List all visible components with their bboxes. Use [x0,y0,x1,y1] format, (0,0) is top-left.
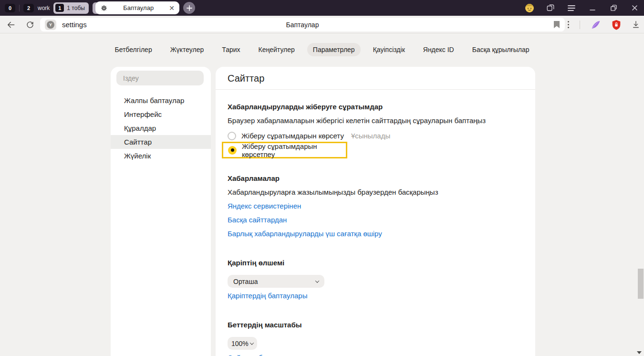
browser-window: 0 2 work 1 1 тобы [0,0,644,356]
tab-security[interactable]: Қауіпсіздік [367,43,411,56]
chevron-down-icon [250,341,254,345]
settings-page: Бетбелгілер Жүктеулер Тарих Кеңейтулер П… [0,33,644,356]
link-site-settings[interactable]: Сайттың баптаулары [228,354,298,356]
downloads-button[interactable] [632,20,640,29]
section-heading-font-size: Қаріптің өлшемі [228,259,523,267]
tab-yandex-id[interactable]: Яндекс ID [417,43,460,56]
link-mute-all-3h[interactable]: Барлық хабарландыруларды үш сағатқа өшір… [228,230,382,238]
close-window-button[interactable] [630,3,639,13]
scrollbar-thumb[interactable] [638,269,644,299]
search-input[interactable] [116,71,204,85]
notification-links: Яндекс сервистерінен Басқа сайттардан Ба… [228,202,523,238]
sidebar-item-tools[interactable]: Құралдар [111,121,211,135]
settings-content: Сайттар Хабарландыруларды жіберуге сұрат… [216,67,535,356]
copilot-feather-icon[interactable] [591,20,601,30]
reload-icon [26,21,34,29]
minimize-button[interactable] [588,3,597,13]
tab-title: Баптаулар [108,4,169,11]
sidebar-item-system[interactable]: Жүйелік [111,149,211,163]
settings-nav-tabs: Бетбелгілер Жүктеулер Тарих Кеңейтулер П… [0,43,644,56]
tab-bookmarks[interactable]: Бетбелгілер [109,43,157,56]
sidebar-item-general[interactable]: Жалпы баптаулар [111,94,211,107]
more-options-icon[interactable] [568,21,569,28]
address-bar: Y settings Баптаулар [0,16,644,33]
link-yandex-services[interactable]: Яндекс сервистерінен [228,202,301,210]
gear-icon [100,4,108,12]
workspace-label[interactable]: work [38,5,50,11]
window-controls [525,0,639,16]
workspace-active-pill[interactable]: 1 1 тобы [53,2,89,14]
font-size-select[interactable]: Орташа [228,275,324,288]
maximize-button[interactable] [609,3,618,13]
radio-unchecked-icon[interactable] [228,132,236,140]
sidebar-item-sites[interactable]: Сайттар [111,135,211,149]
collections-icon[interactable] [546,3,555,13]
browser-tab[interactable]: Баптаулар ✕ [95,1,179,14]
menu-icon[interactable] [567,3,576,13]
browser-topbar: 0 2 work 1 1 тобы [0,0,644,16]
page-title: Сайттар [228,73,535,84]
omnibox-page-title: Баптаулар [286,21,319,29]
content-header: Сайттар [216,67,535,90]
workspace-label: 1 тобы [67,5,85,11]
url-input[interactable]: Y settings Баптаулар [40,18,565,31]
settings-sidebar: Жалпы баптаулар Интерфейс Құралдар Сайтт… [111,67,211,356]
workspace-switcher: 0 2 work 1 1 тобы [5,0,105,16]
section-heading-notification-requests: Хабарландыруларды жіберуге сұратымдар [228,103,523,111]
new-tab-button[interactable] [183,2,195,14]
link-other-sites[interactable]: Басқа сайттардан [228,216,287,224]
page-zoom-select[interactable]: 100% [228,337,257,350]
radio-option-show-requests[interactable]: Жіберу сұратымдарын көрсету Ұсынылады [228,131,523,140]
sidebar-list: Жалпы баптаулар Интерфейс Құралдар Сайтт… [111,94,211,163]
avatar[interactable] [525,3,534,13]
tab-downloads[interactable]: Жүктеулер [165,43,210,56]
tab-other-devices[interactable]: Басқа құрылғылар [467,43,535,56]
yandex-site-glyph: Y [47,21,54,29]
link-font-settings[interactable]: Қаріптердің баптаулары [228,292,307,300]
select-value: Орташа [233,278,258,285]
arrow-left-icon [6,20,16,30]
plus-icon [187,5,192,11]
workspace-badge[interactable]: 2 [23,4,34,12]
section-heading-page-zoom: Беттердің масштабы [228,321,523,329]
download-icon [632,20,640,29]
select-value: 100% [231,340,249,347]
site-icon[interactable]: Y [45,20,56,30]
radio-option-hide-requests[interactable]: Жіберу сұратымдарын көрсетпеу [242,142,346,158]
protect-shield-icon[interactable] [612,20,621,30]
tab-history[interactable]: Тарих [216,43,246,56]
divider [19,5,20,11]
radio-checked-icon[interactable] [228,146,237,155]
reload-button[interactable] [24,19,36,31]
annotation-highlight-box: Жіберу сұратымдарын көрсетпеу [222,142,347,158]
chevron-down-icon [315,279,319,283]
workspace-badge: 1 [55,4,64,12]
recommended-note: Ұсынылады [351,132,390,140]
sidebar-search[interactable] [116,71,204,85]
section-heading-notifications: Хабарламалар [228,174,523,183]
radio-label: Жіберу сұратымдарын көрсету [241,132,344,140]
divider [580,21,580,29]
bookmark-icon [553,21,560,29]
bookmark-button[interactable] [553,21,560,29]
back-button[interactable] [5,19,17,31]
scroll-down-arrow-icon[interactable] [637,351,642,354]
tab-close-icon[interactable]: ✕ [169,5,175,11]
url-text: settings [62,21,87,29]
address-bar-actions [568,16,640,33]
section-description: Хабарландыруларға жазылымыңызды браузерд… [228,188,523,197]
workspace-badge[interactable]: 0 [5,4,15,12]
tab-settings[interactable]: Параметрлер [307,43,361,56]
tab-extensions[interactable]: Кеңейтулер [253,43,301,56]
section-description: Браузер хабарламаларын жібергісі келетін… [228,116,523,125]
sidebar-item-interface[interactable]: Интерфейс [111,107,211,121]
